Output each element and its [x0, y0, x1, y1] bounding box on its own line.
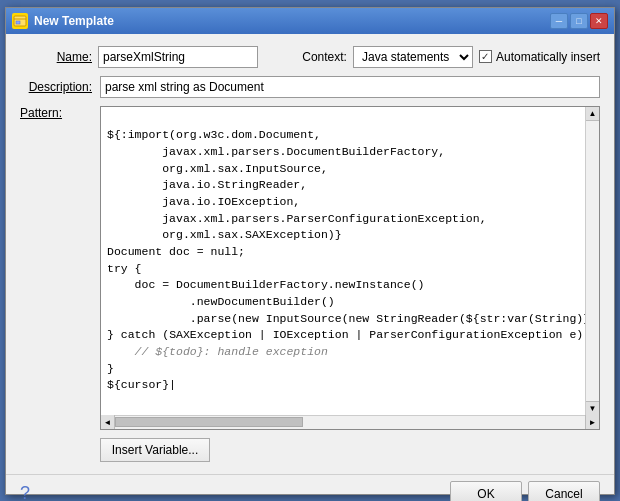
auto-insert-group: Automatically insert [479, 50, 600, 64]
new-template-dialog: New Template ─ □ ✕ Name: Context: Java s… [5, 7, 615, 495]
scroll-up-btn[interactable]: ▲ [586, 107, 600, 121]
pattern-content-row: ${:import(org.w3c.dom.Document, javax.xm… [101, 107, 599, 415]
window-icon [12, 13, 28, 29]
vertical-scrollbar[interactable]: ▲ ▼ [585, 107, 599, 415]
svg-rect-2 [16, 21, 20, 24]
minimize-button[interactable]: ─ [550, 13, 568, 29]
context-label: Context: [302, 50, 347, 64]
pattern-outer: ${:import(org.w3c.dom.Document, javax.xm… [100, 106, 600, 430]
scroll-left-btn[interactable]: ◄ [101, 415, 115, 429]
auto-insert-label: Automatically insert [496, 50, 600, 64]
description-label: Description: [20, 80, 92, 94]
pattern-label: Pattern: [20, 106, 92, 120]
title-controls: ─ □ ✕ [550, 13, 608, 29]
scroll-thumb[interactable] [115, 417, 303, 427]
description-input[interactable] [100, 76, 600, 98]
close-button[interactable]: ✕ [590, 13, 608, 29]
description-row: Description: [20, 76, 600, 98]
ok-button[interactable]: OK [450, 481, 522, 501]
scroll-down-btn[interactable]: ▼ [586, 401, 600, 415]
context-select[interactable]: Java statements Java expression Java dec… [353, 46, 473, 68]
name-context-row: Name: Context: Java statements Java expr… [20, 46, 600, 68]
dialog-buttons-row: ? OK Cancel [6, 474, 614, 501]
insert-variable-row: Insert Variable... [100, 438, 600, 462]
scroll-right-btn[interactable]: ► [585, 415, 599, 429]
name-input[interactable] [98, 46, 258, 68]
pattern-row: Pattern: ${:import(org.w3c.dom.Document,… [20, 106, 600, 430]
title-bar-left: New Template [12, 13, 114, 29]
pattern-text-area[interactable]: ${:import(org.w3c.dom.Document, javax.xm… [101, 107, 585, 415]
help-icon[interactable]: ? [20, 483, 30, 501]
dialog-content: Name: Context: Java statements Java expr… [6, 34, 614, 474]
restore-button[interactable]: □ [570, 13, 588, 29]
insert-variable-button[interactable]: Insert Variable... [100, 438, 210, 462]
name-label: Name: [20, 50, 92, 64]
title-bar: New Template ─ □ ✕ [6, 8, 614, 34]
window-title: New Template [34, 14, 114, 28]
auto-insert-checkbox[interactable] [479, 50, 492, 63]
cancel-button[interactable]: Cancel [528, 481, 600, 501]
horizontal-scrollbar[interactable]: ◄ ► [101, 415, 599, 429]
pattern-section: Pattern: ${:import(org.w3c.dom.Document,… [20, 106, 600, 430]
